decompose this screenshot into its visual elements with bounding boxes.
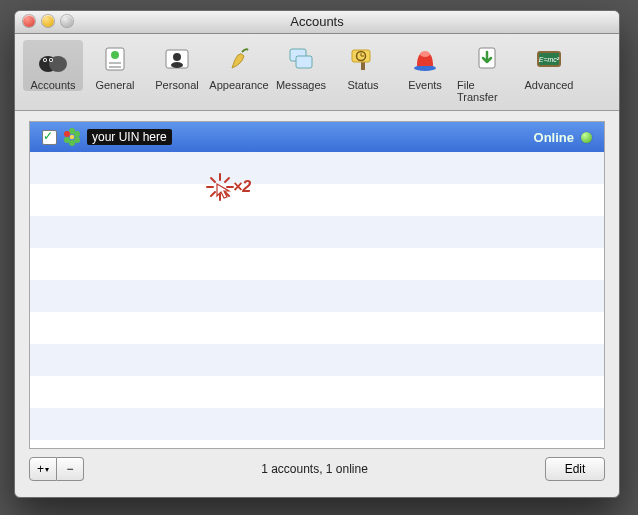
advanced-icon: E=mc² (532, 42, 566, 76)
svg-point-5 (50, 59, 52, 61)
list-row (30, 344, 604, 376)
account-row-left: your UIN here (42, 128, 172, 146)
personal-icon (160, 42, 194, 76)
list-row (30, 376, 604, 408)
accounts-summary: 1 accounts, 1 online (84, 462, 545, 476)
account-row[interactable]: your UIN here Online (30, 122, 604, 153)
svg-point-21 (420, 51, 430, 57)
online-indicator-icon (581, 132, 592, 143)
appearance-icon (222, 42, 256, 76)
svg-point-27 (74, 137, 80, 143)
svg-point-29 (64, 137, 70, 143)
footer-bar: +▾ − 1 accounts, 1 online Edit (29, 455, 605, 483)
list-row (30, 312, 604, 344)
events-icon (408, 42, 442, 76)
list-row (30, 184, 604, 216)
titlebar: Accounts (15, 11, 619, 34)
accounts-icon (36, 42, 70, 76)
preferences-toolbar: Accounts General Personal (15, 34, 619, 111)
tab-advanced[interactable]: E=mc² Advanced (519, 40, 579, 91)
accounts-rows (30, 152, 604, 448)
tab-status[interactable]: Status (333, 40, 393, 91)
tab-events[interactable]: Events (395, 40, 455, 91)
remove-account-button[interactable]: − (57, 457, 84, 481)
cursor-overlay-label: ×2 (233, 178, 251, 196)
window-title: Accounts (15, 11, 619, 33)
chevron-down-icon: ▾ (45, 465, 49, 474)
svg-point-28 (69, 140, 75, 146)
svg-point-12 (171, 62, 183, 68)
svg-point-26 (74, 131, 80, 137)
svg-point-7 (111, 51, 119, 59)
tab-file-transfer[interactable]: File Transfer (457, 40, 517, 103)
file-transfer-icon (470, 42, 504, 76)
tab-personal[interactable]: Personal (147, 40, 207, 91)
list-row (30, 216, 604, 248)
messages-icon (284, 42, 318, 76)
general-icon (98, 42, 132, 76)
list-row (30, 408, 604, 440)
list-row (30, 152, 604, 184)
tab-messages[interactable]: Messages (271, 40, 331, 91)
svg-point-30 (64, 131, 70, 137)
svg-point-25 (69, 128, 75, 134)
svg-text:E=mc²: E=mc² (539, 56, 560, 63)
tab-accounts[interactable]: Accounts (23, 40, 83, 91)
svg-rect-9 (109, 66, 121, 68)
add-account-button[interactable]: +▾ (29, 457, 57, 481)
account-status-text: Online (534, 130, 574, 145)
tab-general[interactable]: General (85, 40, 145, 91)
list-row (30, 280, 604, 312)
svg-point-31 (70, 135, 74, 139)
svg-point-4 (44, 59, 46, 61)
preferences-window: Accounts Accounts (14, 10, 620, 498)
account-display-name[interactable]: your UIN here (87, 129, 172, 145)
svg-point-11 (173, 53, 181, 61)
account-status[interactable]: Online (534, 130, 592, 145)
icq-icon (63, 128, 81, 146)
list-row (30, 248, 604, 280)
svg-rect-14 (296, 56, 312, 68)
account-enabled-checkbox[interactable] (42, 130, 57, 145)
svg-rect-8 (109, 62, 121, 64)
accounts-list: your UIN here Online (29, 121, 605, 449)
add-remove-group: +▾ − (29, 457, 84, 481)
tab-appearance[interactable]: Appearance (209, 40, 269, 91)
edit-button[interactable]: Edit (545, 457, 605, 481)
status-icon (346, 42, 380, 76)
